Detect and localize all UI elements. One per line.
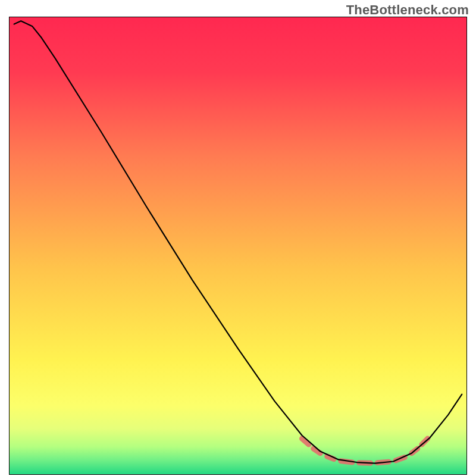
plot-area	[9, 17, 467, 475]
chart-container: TheBottleneck.com	[0, 0, 476, 476]
plot-svg	[10, 17, 466, 474]
bottleneck-curve	[14, 21, 462, 463]
highlight-dash-group	[302, 439, 428, 463]
highlight-dash	[302, 439, 309, 444]
watermark-text: TheBottleneck.com	[346, 2, 469, 18]
